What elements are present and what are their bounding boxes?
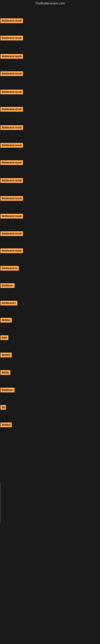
bottleneck-row: Bottleneck result: [0, 231, 23, 237]
bottleneck-row: Bottleneck result: [0, 71, 23, 77]
bottleneck-badge[interactable]: Bottleneck result: [0, 18, 23, 23]
bottleneck-badge[interactable]: Bottleneck result: [0, 54, 23, 59]
bottleneck-row: Bottleneck result: [0, 36, 23, 41]
bottleneck-row: Bottleneck result: [0, 54, 23, 60]
bottleneck-row: Bottleneck result: [0, 107, 23, 112]
bottleneck-badge[interactable]: Bottleneck result: [0, 160, 23, 165]
vertical-line: [0, 483, 1, 523]
bottleneck-badge[interactable]: Bottleneck result: [0, 196, 23, 201]
bottleneck-row: Bottleneck result: [0, 214, 23, 219]
bottleneck-badge[interactable]: Bottleneck r: [0, 301, 17, 306]
bottleneck-row: Bottle: [0, 370, 10, 376]
bottleneck-row: Bottlen: [0, 422, 12, 428]
bottleneck-badge[interactable]: Bottleneck result: [0, 71, 23, 76]
bottleneck-row: Bottleneck r: [0, 301, 17, 306]
bottleneck-badge[interactable]: Bottlenec: [0, 283, 15, 288]
bottleneck-row: Bott: [0, 335, 8, 341]
bottleneck-badge[interactable]: Bottleneck result: [0, 107, 23, 112]
bottleneck-badge[interactable]: Bo: [0, 405, 6, 410]
bottleneck-badge[interactable]: Bottleneck result: [0, 178, 23, 183]
page-container: TheBottlenecker.com Bottleneck resultBot…: [0, 0, 100, 644]
bottleneck-row: Bottleneck result: [0, 160, 23, 166]
bottleneck-badge[interactable]: Bott: [0, 335, 8, 340]
bottleneck-row: Bottleneck result: [0, 125, 23, 131]
bottleneck-list: Bottleneck resultBottleneck resultBottle…: [0, 7, 100, 644]
bottleneck-row: Bo: [0, 405, 6, 410]
bottleneck-badge[interactable]: Bottleneck result: [0, 90, 23, 94]
bottleneck-row: Bottlenec: [0, 388, 15, 393]
bottleneck-badge[interactable]: Bottleneck result: [0, 36, 23, 40]
bottleneck-row: Bottleneck result: [0, 248, 23, 254]
bottleneck-badge[interactable]: Bottlen: [0, 422, 12, 427]
bottleneck-row: Bottleneck result: [0, 18, 23, 24]
bottleneck-row: Bottlen: [0, 318, 12, 324]
bottleneck-row: Bottleneck re: [0, 266, 19, 272]
bottleneck-badge[interactable]: Bottleneck result: [0, 248, 23, 253]
bottleneck-row: Bottlenec: [0, 283, 15, 289]
bottleneck-row: Bottleneck result: [0, 143, 23, 148]
bottleneck-badge[interactable]: Bottleneck result: [0, 125, 23, 130]
bottleneck-row: Bottleneck result: [0, 196, 23, 202]
bottleneck-row: Bottlen: [0, 352, 12, 358]
bottleneck-row: Bottleneck result: [0, 178, 23, 184]
bottleneck-badge[interactable]: Bottleneck result: [0, 214, 23, 218]
bottleneck-badge[interactable]: Bottleneck result: [0, 143, 23, 148]
bottleneck-row: Bottleneck result: [0, 90, 23, 95]
bottleneck-badge[interactable]: Bottleneck re: [0, 266, 19, 271]
site-title: TheBottlenecker.com: [0, 0, 100, 7]
bottleneck-badge[interactable]: Bottlen: [0, 352, 12, 358]
bottleneck-badge[interactable]: Bottlen: [0, 318, 12, 322]
bottleneck-badge[interactable]: Bottleneck result: [0, 231, 23, 236]
bottleneck-badge[interactable]: Bottlenec: [0, 388, 15, 392]
bottleneck-badge[interactable]: Bottle: [0, 370, 10, 375]
